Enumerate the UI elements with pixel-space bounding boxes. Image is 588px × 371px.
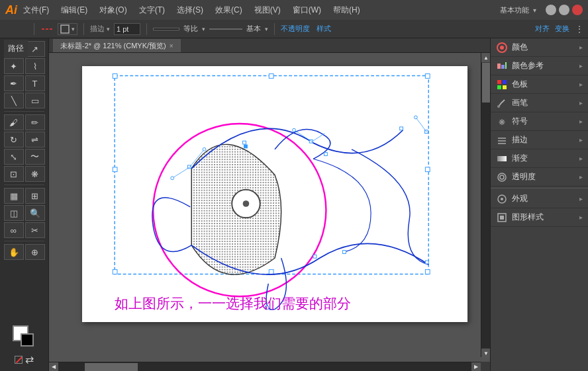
tool-rect[interactable]: ▭ — [25, 93, 45, 108]
fish-tail-left — [152, 198, 191, 252]
scroll-right-arrow[interactable]: ▶ — [471, 362, 481, 372]
shape-selector[interactable]: ▾ — [58, 23, 77, 35]
panel-divider — [491, 188, 588, 188]
tool-warp[interactable]: 〜 — [25, 149, 45, 165]
opacity-label[interactable]: 不透明度 — [281, 24, 310, 34]
menu-window[interactable]: 窗口(W) — [291, 3, 323, 17]
tool-gradient[interactable]: ◫ — [4, 205, 24, 221]
scroll-track-v[interactable] — [481, 63, 490, 349]
appearance-panel-icon — [496, 193, 508, 205]
svg-rect-6 — [501, 65, 505, 69]
document-tab-close[interactable]: × — [170, 42, 173, 50]
menu-effect[interactable]: 效果(C) — [213, 3, 244, 17]
stroke-icon-group — [40, 24, 54, 34]
panel-stroke[interactable]: 描边 ▸ — [491, 131, 588, 149]
tool-lasso[interactable]: ⌇ — [25, 58, 45, 74]
workspace-dropdown-icon[interactable]: ▾ — [533, 7, 536, 14]
svg-rect-17 — [497, 156, 507, 161]
tool-row-12: ✋ ⊕ — [1, 244, 47, 260]
stroke-panel-arrow: ▸ — [579, 136, 583, 144]
stroke-base-arrow[interactable]: ▾ — [265, 26, 268, 32]
document-tab[interactable]: 未标题-2* @ 121% (CMYK/预览) × — [53, 39, 181, 52]
tool-sep-1 — [4, 111, 44, 112]
scroll-thumb-v[interactable] — [482, 63, 490, 103]
tool-eyedropper[interactable]: 🔍 — [25, 205, 45, 221]
tool-mesh[interactable]: ⊞ — [25, 188, 45, 204]
scroll-track-h[interactable] — [58, 362, 471, 372]
tool-free-transform[interactable]: ⊡ — [4, 166, 24, 182]
background-swatch[interactable] — [21, 333, 34, 347]
panel-brush[interactable]: 画笔 ▸ — [491, 94, 588, 112]
tool-direct-select[interactable]: ↗ — [25, 41, 45, 57]
tool-scissors[interactable]: ✂ — [25, 222, 45, 238]
tool-pencil[interactable]: ✏ — [25, 114, 45, 130]
menu-edit[interactable]: 编辑(E) — [59, 3, 89, 17]
minimize-button[interactable] — [546, 5, 556, 15]
scroll-thumb-h[interactable] — [85, 363, 138, 371]
menu-view[interactable]: 视图(V) — [252, 3, 283, 17]
handle-br — [425, 270, 430, 274]
tool-magic-wand[interactable]: ✦ — [4, 58, 24, 74]
panel-gradient[interactable]: 渐变 ▸ — [491, 149, 588, 168]
anchor-selected-1 — [244, 145, 248, 148]
style-label[interactable]: 样式 — [317, 24, 331, 34]
gradient-panel-label: 渐变 — [512, 153, 528, 164]
vertical-scrollbar[interactable]: ▲ ▼ — [481, 53, 490, 357]
color-panel-arrow: ▸ — [579, 44, 583, 51]
panel-swatch[interactable]: 色板 ▸ — [491, 75, 588, 94]
tool-column-chart[interactable]: ▦ — [4, 188, 24, 204]
tool-brush[interactable]: 🖌 — [4, 114, 24, 130]
gradient-panel-arrow: ▸ — [579, 155, 583, 162]
shape-dropdown-arrow[interactable]: ▾ — [72, 26, 75, 32]
tool-scale[interactable]: ⤡ — [4, 149, 24, 165]
none-swatch[interactable] — [15, 356, 23, 364]
tool-line[interactable]: ╲ — [4, 93, 24, 108]
stroke-dropdown-arrow[interactable]: ▾ — [107, 26, 110, 32]
tool-rotate[interactable]: ↻ — [4, 132, 24, 147]
color-panel-label: 颜色 — [512, 42, 528, 53]
menu-object[interactable]: 对象(O) — [97, 3, 128, 17]
stroke-style-selector[interactable]: 描边 ▾ — [90, 24, 110, 34]
toolbar-options-icon[interactable]: ⋮ — [575, 24, 584, 34]
stroke-width-input[interactable] — [114, 23, 140, 35]
panel-color[interactable]: 颜色 ▸ — [491, 38, 588, 57]
swatch-container — [13, 325, 36, 349]
maximize-button[interactable] — [559, 5, 569, 15]
toolbar-sep-1 — [34, 23, 34, 35]
swap-colors-icon[interactable]: ⇄ — [25, 353, 34, 366]
tool-row-11: ∞ ✂ — [1, 222, 47, 238]
scroll-left-arrow[interactable]: ◀ — [49, 362, 58, 372]
transparency-panel-arrow: ▸ — [579, 173, 583, 181]
symbol-panel-label: 符号 — [512, 116, 528, 127]
stroke-ratio-arrow[interactable]: ▾ — [202, 26, 205, 32]
scroll-up-arrow[interactable]: ▲ — [481, 53, 490, 62]
handle-dot-5 — [414, 116, 417, 119]
align-label[interactable]: 对齐 — [535, 24, 550, 34]
menu-help[interactable]: 帮助(H) — [331, 3, 362, 17]
menu-text[interactable]: 文字(T) — [137, 3, 167, 17]
tool-hand[interactable]: ✋ — [4, 244, 24, 260]
panel-appearance[interactable]: 外观 ▸ — [491, 190, 588, 208]
menu-file[interactable]: 文件(F) — [21, 3, 51, 17]
canvas-viewport[interactable]: 如上图所示，一一选择我们需要的部分 — [49, 53, 481, 362]
panel-graphic-style[interactable]: 图形样式 ▸ — [491, 208, 588, 227]
stroke-preview2 — [209, 28, 242, 30]
transform-label[interactable]: 变换 — [555, 24, 569, 34]
tool-blend[interactable]: ∞ — [4, 222, 24, 238]
handle-dot-1 — [171, 177, 174, 180]
panel-symbol[interactable]: ❋ 符号 ▸ — [491, 112, 588, 131]
tool-symbol[interactable]: ❋ — [25, 166, 45, 182]
svg-text:❋: ❋ — [499, 118, 505, 127]
close-button[interactable] — [572, 5, 583, 15]
tool-pen[interactable]: ✒ — [4, 75, 24, 91]
handle-tr — [425, 74, 430, 79]
horizontal-scrollbar[interactable]: ◀ ▶ — [49, 362, 481, 371]
scroll-down-arrow[interactable]: ▼ — [481, 349, 490, 358]
panel-transparency[interactable]: 透明度 ▸ — [491, 168, 588, 186]
panel-color-guide[interactable]: 颜色参考 ▸ — [491, 57, 588, 75]
tool-zoom[interactable]: ⊕ — [25, 244, 45, 260]
menu-select[interactable]: 选择(S) — [175, 3, 205, 17]
tool-reflect[interactable]: ⇌ — [25, 132, 45, 147]
svg-rect-7 — [505, 62, 507, 69]
tool-type[interactable]: T — [25, 75, 45, 91]
